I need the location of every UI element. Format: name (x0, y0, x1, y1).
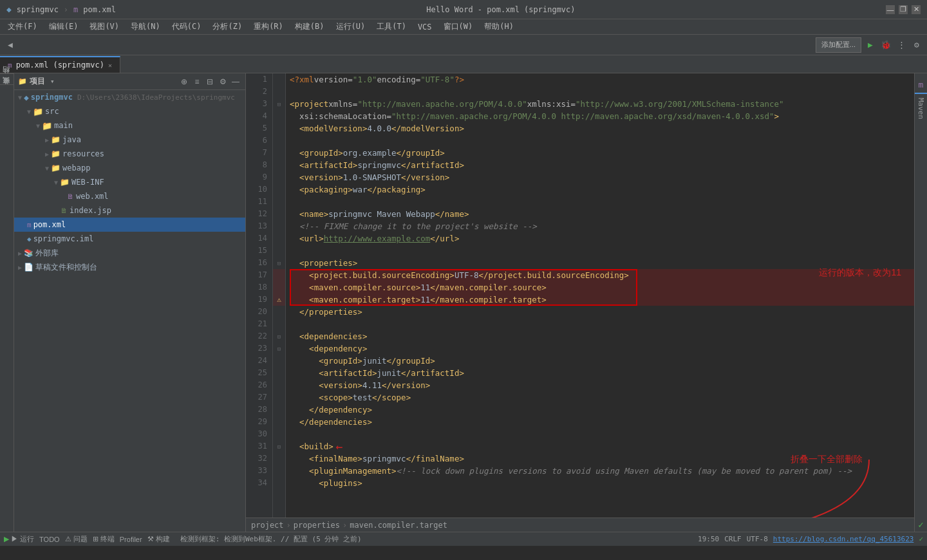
toolbar-back-icon[interactable]: ◀ (4, 39, 17, 51)
status-message: 检测到框架: 检测到Web框架. // 配置 (5 分钟 之前) (180, 534, 362, 544)
maximize-button[interactable]: ❐ (899, 5, 908, 14)
tree-webinf-label: WEB-INF (71, 178, 104, 187)
ln-6: 6 (246, 135, 267, 147)
tree-src[interactable]: ▼ 📁 src (14, 104, 245, 118)
profiler-button[interactable]: Profiler (120, 536, 142, 543)
menu-analyze[interactable]: 分析(Z) (207, 20, 247, 33)
toolbar-more-icon[interactable]: ⋮ (895, 39, 908, 51)
tree-webapp-expand: ▼ (45, 165, 49, 172)
breadcrumb-target[interactable]: maven.compiler.target (350, 521, 447, 530)
ln-34: 34 (246, 477, 267, 489)
tree-webxml[interactable]: 🗎 web.xml (14, 189, 245, 203)
issues-label: ⚠ 问题 (65, 534, 88, 544)
add-config-button[interactable]: 添加配置... (816, 37, 861, 53)
tree-resources[interactable]: ▶ 📁 resources (14, 147, 245, 161)
menu-edit[interactable]: 编辑(E) (44, 20, 84, 33)
code-line-25: <artifactId>junit</artifactId> (290, 367, 914, 379)
tree-indexjsp[interactable]: 🗎 index.jsp (14, 203, 245, 218)
scratch-icon: 📄 (24, 263, 33, 272)
favorites-tab[interactable]: 收藏夹 (0, 84, 14, 95)
tree-root-label: springmvc (31, 93, 73, 102)
encoding-crlf[interactable]: CRLF (724, 535, 742, 543)
sidebar-expand-btn[interactable]: ≡ (191, 76, 203, 88)
jsp-icon: 🗎 (61, 207, 68, 215)
build-status-button[interactable]: ⚒ 构建 (147, 534, 170, 544)
menu-vcs[interactable]: VCS (413, 21, 437, 33)
code-line-27: <scope>test</scope> (290, 391, 914, 404)
breadcrumb-bar: project › properties › maven.compiler.ta… (246, 518, 914, 532)
minimize-button[interactable]: — (886, 5, 895, 14)
fold-line22[interactable]: ⊟ (273, 330, 285, 342)
menu-tools[interactable]: 工具(T) (371, 20, 411, 33)
code-line-11 (290, 196, 914, 208)
menu-help[interactable]: 帮助(H) (479, 20, 519, 33)
toolbar-settings-icon[interactable]: ⚙ (910, 39, 923, 51)
fold-line23[interactable]: ⊟ (273, 342, 285, 355)
sidebar-settings-btn[interactable]: ⚙ (217, 76, 229, 88)
tree-webapp[interactable]: ▼ 📁 webapp (14, 161, 245, 175)
tree-indexjsp-label: index.jsp (70, 206, 111, 215)
tree-pomxml[interactable]: m pom.xml (14, 218, 245, 232)
maven-tab[interactable]: Maven (915, 95, 926, 122)
tree-webinf[interactable]: ▼ 📁 WEB-INF (14, 175, 245, 189)
breadcrumb-project[interactable]: project (251, 521, 284, 530)
sidebar-close-btn[interactable]: — (230, 76, 241, 88)
fold-line16[interactable]: ⊟ (273, 257, 285, 269)
tree-external-libs[interactable]: ▶ 📚 外部库 (14, 246, 245, 260)
breadcrumb-properties[interactable]: properties (294, 521, 340, 530)
encoding-utf8[interactable]: UTF-8 (747, 535, 768, 543)
menu-file[interactable]: 文件(F) (3, 20, 42, 33)
breadcrumb-sep-2: › (342, 521, 347, 530)
menu-bar: 文件(F) 编辑(E) 视图(V) 导航(N) 代码(C) 分析(Z) 重构(R… (0, 19, 927, 35)
blog-link[interactable]: https://blog.csdn.net/qq_45613623 (773, 535, 914, 543)
ln-29: 29 (246, 416, 267, 428)
tree-root[interactable]: ▼ ◆ springmvc D:\Users\23638\IdeaProject… (14, 90, 245, 104)
issues-button[interactable]: ⚠ 问题 (65, 534, 88, 544)
profiler-label: Profiler (120, 536, 142, 543)
structure-tab[interactable]: 结构 (0, 73, 14, 84)
menu-run[interactable]: 运行(U) (331, 20, 371, 33)
extlibs-expand: ▶ (18, 250, 22, 257)
menu-window[interactable]: 窗口(W) (438, 20, 478, 33)
fold-line31[interactable]: ⊟ (273, 440, 285, 453)
toolbar-debug-icon[interactable]: 🐞 (879, 39, 892, 51)
code-line-2 (290, 86, 914, 98)
tree-java[interactable]: ▶ 📁 java (14, 133, 245, 147)
ln-10: 10 (246, 183, 267, 196)
webxml-icon: 🗎 (67, 192, 74, 201)
menu-view[interactable]: 视图(V) (84, 20, 124, 33)
webapp-folder-icon: 📁 (51, 163, 61, 173)
todo-button[interactable]: TODO (39, 536, 60, 543)
tab-close-icon[interactable]: ✕ (108, 62, 112, 69)
code-content[interactable]: <?xml version="1.0" encoding="UTF-8"?> <… (286, 73, 914, 518)
tree-iml[interactable]: ◆ springmvc.iml (14, 232, 245, 246)
build-label: ⚒ 构建 (147, 534, 170, 544)
tree-scratch[interactable]: ▶ 📄 草稿文件和控制台 (14, 260, 245, 274)
sidebar-dropdown-icon[interactable]: ▾ (50, 77, 55, 86)
code-line-19: <maven.compiler.target>11</maven.compile… (290, 294, 914, 306)
menu-build[interactable]: 构建(B) (290, 20, 330, 33)
terminal-button[interactable]: ⊞ 终端 (93, 534, 115, 544)
menu-code[interactable]: 代码(C) (167, 20, 207, 33)
tree-resources-label: resources (62, 149, 104, 158)
sidebar-add-btn[interactable]: ⊕ (178, 76, 190, 88)
todo-label: TODO (39, 536, 60, 543)
ln-28: 28 (246, 404, 267, 416)
sidebar-header: 📁 项目 ▾ ⊕ ≡ ⊟ ⚙ — (14, 73, 245, 90)
cursor-position[interactable]: 19:50 (698, 535, 719, 543)
close-button[interactable]: ✕ (912, 5, 921, 14)
run-button[interactable]: ▶ ▶ 运行 (4, 534, 34, 544)
menu-navigate[interactable]: 导航(N) (126, 20, 165, 33)
project-tree: ▼ ◆ springmvc D:\Users\23638\IdeaProject… (14, 90, 245, 532)
ln-24: 24 (246, 355, 267, 367)
ln-30: 30 (246, 428, 267, 440)
ln-9: 9 (246, 171, 267, 183)
tree-main[interactable]: ▼ 📁 main (14, 118, 245, 133)
menu-refactor[interactable]: 重构(R) (248, 20, 288, 33)
tab-pom-xml[interactable]: m pom.xml (springmvc) ✕ (0, 56, 120, 73)
ln-33: 33 (246, 465, 267, 477)
maven-icon-area: m (915, 76, 927, 94)
toolbar-run-icon[interactable]: ▶ (864, 39, 877, 51)
fold-line3[interactable]: ⊟ (273, 98, 285, 110)
sidebar-collapse-btn[interactable]: ⊟ (204, 76, 216, 88)
